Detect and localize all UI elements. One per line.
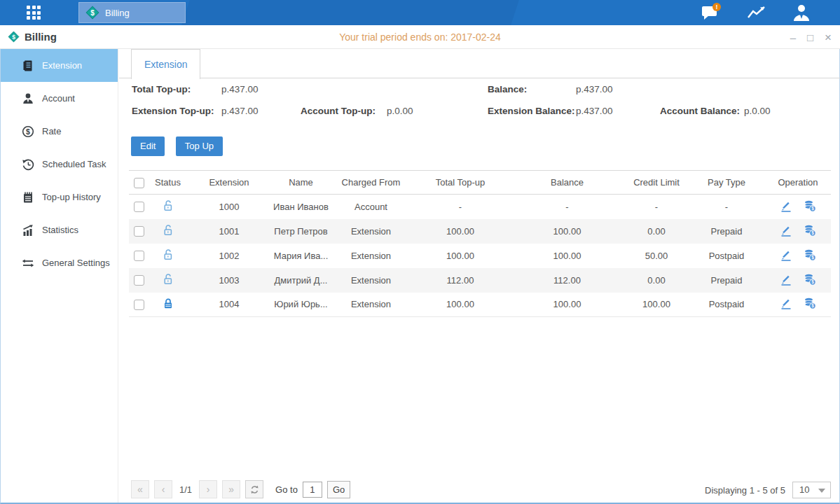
- sidebar-item-label: Account: [42, 93, 75, 104]
- go-button[interactable]: Go: [327, 481, 350, 498]
- minimize-icon[interactable]: –: [790, 32, 796, 43]
- table-row: 1000Иван ИвановAccount----$: [129, 195, 831, 219]
- edit-row-icon[interactable]: [780, 248, 792, 263]
- topbar-decoration: [181, 0, 519, 25]
- account-topup-label: Account Top-up:: [301, 106, 376, 116]
- cell-extension: 1002: [187, 244, 271, 268]
- displaying-text: Displaying 1 - 5 of 5: [705, 485, 785, 496]
- cell-total-topup: -: [411, 195, 509, 219]
- col-name: Name: [271, 171, 331, 195]
- edit-row-icon[interactable]: [780, 224, 792, 239]
- cell-credit-limit: 0.00: [625, 219, 688, 244]
- svg-text:$: $: [90, 9, 95, 17]
- trial-notice: Your trial period ends on: 2017-02-24: [0, 25, 840, 49]
- sidebar-item-label: Extension: [42, 60, 82, 71]
- account-balance-label: Account Balance:: [660, 106, 740, 116]
- row-checkbox[interactable]: [134, 300, 144, 310]
- cell-balance: 100.00: [509, 219, 625, 244]
- next-page-button[interactable]: ›: [199, 480, 217, 498]
- page-size-value: 10: [799, 484, 809, 495]
- first-page-button[interactable]: «: [131, 480, 149, 498]
- extension-table: Status Extension Name Charged From Total…: [129, 170, 831, 317]
- page-size-select[interactable]: 10: [792, 482, 831, 498]
- account-icon: [22, 92, 34, 105]
- prev-page-button[interactable]: ‹: [154, 480, 172, 498]
- statistics-icon: [22, 224, 34, 237]
- goto-page-input[interactable]: [303, 482, 322, 498]
- sidebar-item-statistics[interactable]: Statistics: [1, 214, 118, 246]
- cell-charged-from: Extension: [331, 293, 411, 317]
- chevron-down-icon: [818, 489, 825, 493]
- table-row: 1002Мария Ива...Extension100.00100.0050.…: [129, 244, 831, 268]
- sidebar-item-rate[interactable]: $ Rate: [1, 115, 118, 148]
- cell-charged-from: Extension: [331, 219, 411, 244]
- sidebar-item-account[interactable]: Account: [1, 82, 118, 115]
- billing-window: Extension Account $ Rate: [0, 49, 840, 504]
- sidebar-item-scheduled-task[interactable]: Scheduled Task: [1, 148, 118, 181]
- cell-credit-limit: 100.00: [625, 293, 688, 317]
- cell-name: Иван Иванов: [271, 195, 331, 219]
- lock-open-icon[interactable]: [163, 248, 174, 262]
- top-up-row-icon[interactable]: $: [804, 248, 816, 263]
- extension-topup-value: p.437.00: [221, 106, 259, 116]
- sidebar-item-extension[interactable]: Extension: [1, 49, 118, 82]
- billing-diamond-icon: $: [85, 6, 99, 20]
- edit-row-icon[interactable]: [780, 273, 792, 288]
- sidebar-item-topup-history[interactable]: Top-up History: [1, 181, 118, 214]
- top-up-row-icon[interactable]: $: [804, 224, 816, 239]
- col-balance: Balance: [509, 171, 625, 195]
- cell-name: Мария Ива...: [271, 244, 331, 268]
- topup-history-icon: [22, 191, 34, 204]
- close-icon[interactable]: ×: [825, 31, 832, 43]
- extension-balance-value: p.437.00: [576, 106, 613, 116]
- lock-closed-icon[interactable]: [163, 298, 174, 312]
- maximize-icon[interactable]: □: [807, 32, 813, 43]
- taskbar-item-billing[interactable]: $ Billing: [78, 2, 186, 23]
- svg-text:!: !: [716, 4, 718, 10]
- top-up-row-icon[interactable]: $: [804, 200, 816, 214]
- top-up-row-icon[interactable]: $: [804, 297, 816, 312]
- extension-balance-label: Extension Balance:: [488, 106, 575, 116]
- last-page-button[interactable]: »: [222, 480, 240, 498]
- edit-row-icon[interactable]: [780, 200, 792, 214]
- edit-row-icon[interactable]: [780, 297, 792, 312]
- extension-icon: [22, 59, 34, 72]
- sidebar-item-general-settings[interactable]: General Settings: [1, 246, 118, 279]
- taskbar-item-label: Billing: [105, 8, 130, 18]
- balance-label: Balance:: [488, 84, 527, 94]
- row-checkbox[interactable]: [134, 202, 144, 212]
- col-total-topup: Total Top-up: [411, 171, 509, 195]
- cell-pay-type: Postpaid: [688, 293, 765, 317]
- lock-open-icon[interactable]: [163, 273, 174, 287]
- cell-credit-limit: 0.00: [625, 268, 688, 293]
- cell-extension: 1001: [187, 219, 271, 244]
- table-row: 1001Петр ПетровExtension100.00100.000.00…: [129, 219, 831, 244]
- rate-icon: $: [22, 125, 34, 138]
- sidebar-item-label: General Settings: [42, 258, 110, 268]
- top-up-button[interactable]: Top Up: [176, 136, 223, 156]
- user-account-icon[interactable]: [791, 3, 812, 22]
- sidebar-item-label: Scheduled Task: [42, 159, 106, 169]
- table-row: 1003Дмитрий Д...Extension112.00112.000.0…: [129, 268, 831, 293]
- col-pay-type: Pay Type: [688, 171, 765, 195]
- select-all-checkbox[interactable]: [134, 178, 144, 188]
- row-checkbox[interactable]: [134, 275, 144, 286]
- cell-extension: 1003: [187, 268, 271, 293]
- tab-extension[interactable]: Extension: [131, 49, 200, 79]
- top-up-row-icon[interactable]: $: [804, 273, 816, 288]
- pagination-bar: « ‹ 1/1 › » Go to Go Displayi: [131, 480, 831, 500]
- svg-text:$: $: [811, 303, 814, 309]
- row-checkbox[interactable]: [134, 226, 144, 237]
- apps-grid-icon[interactable]: [27, 6, 42, 20]
- extension-topup-label: Extension Top-up:: [132, 106, 214, 116]
- total-topup-value: p.437.00: [221, 84, 259, 94]
- row-checkbox[interactable]: [134, 251, 144, 261]
- refresh-icon[interactable]: [245, 480, 263, 498]
- lock-open-icon[interactable]: [163, 224, 174, 238]
- cell-balance: 100.00: [509, 293, 625, 317]
- window-titlebar: $ Billing Your trial period ends on: 201…: [0, 25, 840, 49]
- edit-button[interactable]: Edit: [131, 136, 165, 156]
- lock-open-icon[interactable]: [163, 200, 174, 214]
- messages-icon[interactable]: !: [701, 3, 722, 22]
- statistics-chart-icon[interactable]: [746, 3, 767, 22]
